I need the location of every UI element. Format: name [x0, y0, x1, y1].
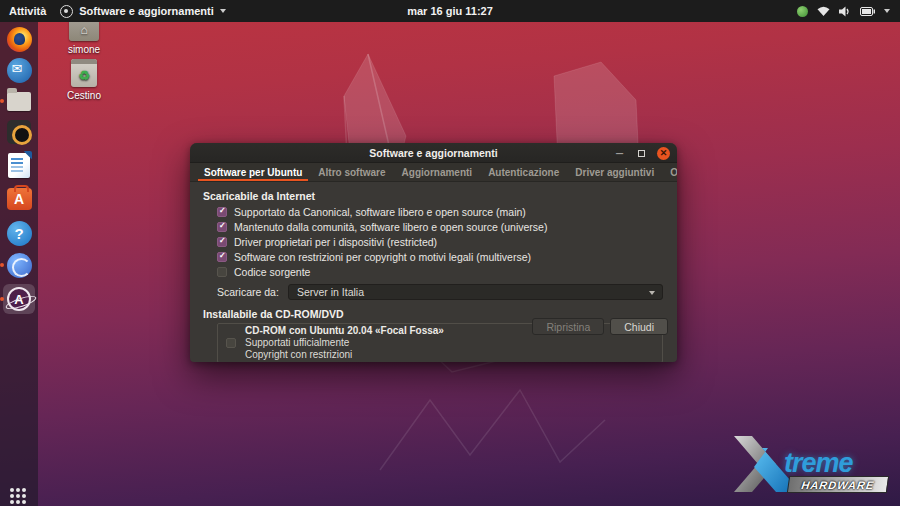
help-icon: ?: [7, 221, 32, 246]
app-icon: [60, 5, 73, 18]
chevron-down-icon: [220, 9, 226, 13]
server-dropdown[interactable]: Server in Italia: [288, 284, 663, 300]
software-properties-icon: A: [7, 287, 31, 311]
xtremehardware-watermark: treme HARDWARE: [732, 434, 892, 500]
volume-icon: [839, 6, 851, 17]
software-updates-window: Software e aggiornamenti ─ ✕ Software pe…: [190, 143, 677, 362]
checkbox[interactable]: [217, 222, 227, 232]
updates-icon: [797, 6, 808, 17]
dock-item-firefox[interactable]: [3, 24, 35, 54]
desktop-icon-home[interactable]: ⌂ simone: [52, 19, 116, 55]
checkbox-row-restricted[interactable]: Driver proprietari per i dispositivi (re…: [217, 236, 665, 247]
writer-icon: [8, 153, 30, 178]
system-tray-menu[interactable]: [797, 6, 900, 17]
checkbox-label: Mantenuto dalla comunità, software liber…: [234, 221, 547, 233]
running-indicator: [0, 99, 4, 103]
revert-button[interactable]: Ripristina: [532, 318, 604, 335]
checkbox[interactable]: [217, 252, 227, 262]
download-from-label: Scaricare da:: [217, 286, 279, 298]
tab-autenticazione[interactable]: Autenticazione: [480, 163, 567, 181]
checkbox-row-universe[interactable]: Mantenuto dalla comunità, software liber…: [217, 221, 665, 232]
desktop-icon-label: simone: [52, 44, 116, 55]
window-title: Software e aggiornamenti: [369, 147, 497, 159]
checkbox-row-multiverse[interactable]: Software con restrizioni per copyright o…: [217, 251, 665, 262]
dock-item-software-properties[interactable]: A: [3, 284, 35, 314]
checkbox-row-source[interactable]: Codice sorgente: [217, 266, 665, 277]
checkbox-label: Supportato da Canonical, software libero…: [234, 206, 526, 218]
checkbox-row-main[interactable]: Supportato da Canonical, software libero…: [217, 206, 665, 217]
checkbox[interactable]: [217, 267, 227, 277]
show-applications-button[interactable]: [3, 482, 35, 506]
tab-bar: Software per Ubuntu Altro software Aggio…: [190, 163, 677, 182]
rhythmbox-icon: [7, 120, 31, 144]
dock-item-files[interactable]: [3, 86, 35, 116]
tab-altro-software[interactable]: Altro software: [310, 163, 393, 181]
cdrom-title: CD-ROM con Ubuntu 20.04 «Focal Fossa»: [245, 325, 444, 337]
dock-item-web-browser[interactable]: [3, 250, 35, 280]
dock-item-rhythmbox[interactable]: [3, 117, 35, 147]
dock-item-help[interactable]: ?: [3, 218, 35, 248]
tab-content: Scaricabile da Internet Supportato da Ca…: [190, 182, 677, 340]
watermark-hardware-text: HARDWARE: [787, 476, 889, 493]
watermark-treme-text: treme: [784, 448, 853, 479]
chevron-down-icon: [649, 291, 655, 295]
cdrom-checkbox[interactable]: [226, 338, 236, 348]
cdrom-line3: Copyright con restrizioni: [245, 349, 444, 361]
ubuntu-software-icon: A: [7, 188, 32, 210]
desktop-icon-trash[interactable]: ♻ Cestino: [52, 59, 116, 101]
wifi-icon: [817, 6, 830, 17]
firefox-icon: [7, 27, 32, 52]
checkbox[interactable]: [217, 207, 227, 217]
close-icon[interactable]: ✕: [657, 147, 670, 160]
tab-software-per-ubuntu[interactable]: Software per Ubuntu: [196, 163, 310, 181]
battery-icon: [860, 7, 875, 16]
dock-item-libreoffice-writer[interactable]: [3, 150, 35, 180]
app-menu-button[interactable]: Software e aggiornamenti: [60, 5, 225, 18]
home-folder-icon: ⌂: [69, 19, 99, 41]
activities-button[interactable]: Attività: [9, 5, 46, 17]
xtreme-x-icon: [732, 434, 792, 494]
running-indicator: [0, 263, 4, 267]
tab-driver-aggiuntivi[interactable]: Driver aggiuntivi: [567, 163, 662, 181]
checkbox-label: Codice sorgente: [234, 266, 310, 278]
checkbox-label: Driver proprietari per i dispositivi (re…: [234, 236, 437, 248]
trash-icon: ♻: [71, 59, 97, 87]
running-indicator: [0, 297, 4, 301]
server-dropdown-value: Server in Italia: [297, 286, 364, 298]
minimize-button[interactable]: ─: [613, 147, 626, 160]
top-bar: Attività Software e aggiornamenti mar 16…: [0, 0, 900, 22]
dock-item-ubuntu-software[interactable]: A: [3, 184, 35, 214]
thunderbird-icon: [7, 58, 32, 83]
desktop-icon-label: Cestino: [52, 90, 116, 101]
web-browser-icon: [7, 253, 32, 278]
checkbox-label: Software con restrizioni per copyright o…: [234, 251, 531, 263]
close-button[interactable]: Chiudi: [610, 318, 668, 335]
tab-opzioni-di-sviluppo[interactable]: Opzioni di sviluppo: [662, 163, 677, 181]
maximize-button[interactable]: [635, 147, 648, 160]
tab-aggiornamenti[interactable]: Aggiornamenti: [394, 163, 481, 181]
dock-item-thunderbird[interactable]: [3, 55, 35, 85]
checkbox[interactable]: [217, 237, 227, 247]
window-titlebar[interactable]: Software e aggiornamenti ─ ✕: [190, 143, 677, 163]
menu-caret-icon: [884, 9, 890, 13]
files-icon: [7, 92, 31, 111]
cdrom-line2: Supportati ufficialmente: [245, 337, 444, 349]
apps-grid-icon: [10, 488, 28, 506]
dock: A ? A: [0, 22, 38, 506]
section-heading-internet: Scaricabile da Internet: [203, 190, 665, 202]
app-menu-label: Software e aggiornamenti: [79, 5, 213, 17]
